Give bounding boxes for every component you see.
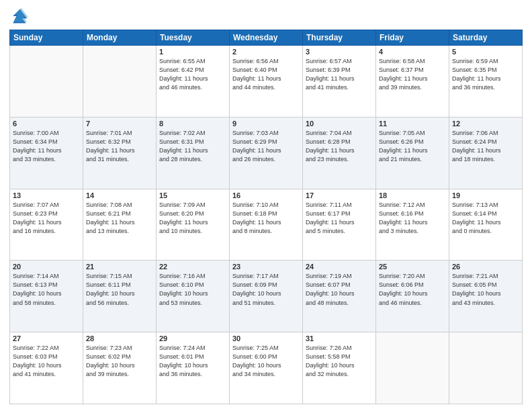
calendar-cell: 10Sunrise: 7:04 AM Sunset: 6:28 PM Dayli… [303,117,376,189]
day-info: Sunrise: 7:22 AM Sunset: 6:03 PM Dayligh… [13,344,80,379]
calendar-week-row: 13Sunrise: 7:07 AM Sunset: 6:23 PM Dayli… [10,189,523,261]
calendar-cell: 16Sunrise: 7:10 AM Sunset: 6:18 PM Dayli… [230,189,303,261]
day-info: Sunrise: 6:55 AM Sunset: 6:42 PM Dayligh… [159,57,226,92]
calendar-cell: 19Sunrise: 7:13 AM Sunset: 6:14 PM Dayli… [449,189,523,261]
day-number: 16 [232,191,300,199]
weekday-header: Wednesday [230,30,303,46]
calendar-week-row: 6Sunrise: 7:00 AM Sunset: 6:34 PM Daylig… [10,117,523,189]
day-info: Sunrise: 7:02 AM Sunset: 6:31 PM Dayligh… [159,129,226,164]
calendar-cell: 6Sunrise: 7:00 AM Sunset: 6:34 PM Daylig… [10,117,83,189]
calendar-cell [449,332,523,404]
calendar-cell: 21Sunrise: 7:15 AM Sunset: 6:11 PM Dayli… [83,261,157,332]
day-number: 31 [306,334,373,342]
day-info: Sunrise: 7:17 AM Sunset: 6:09 PM Dayligh… [232,272,300,307]
day-number: 27 [13,334,80,342]
day-info: Sunrise: 6:57 AM Sunset: 6:39 PM Dayligh… [306,57,373,92]
calendar-cell: 28Sunrise: 7:23 AM Sunset: 6:02 PM Dayli… [83,332,157,404]
day-number: 21 [86,263,153,271]
logo-icon [9,7,28,26]
weekday-header: Tuesday [157,30,230,46]
calendar-cell: 20Sunrise: 7:14 AM Sunset: 6:13 PM Dayli… [10,261,83,332]
day-info: Sunrise: 7:13 AM Sunset: 6:14 PM Dayligh… [452,201,519,236]
calendar-cell [10,46,83,118]
day-number: 7 [86,120,153,128]
calendar-cell: 29Sunrise: 7:24 AM Sunset: 6:01 PM Dayli… [157,332,230,404]
day-info: Sunrise: 6:59 AM Sunset: 6:35 PM Dayligh… [452,57,519,92]
day-info: Sunrise: 7:05 AM Sunset: 6:26 PM Dayligh… [379,129,446,164]
day-info: Sunrise: 7:06 AM Sunset: 6:24 PM Dayligh… [452,129,519,164]
calendar-table: SundayMondayTuesdayWednesdayThursdayFrid… [9,30,523,404]
calendar-cell: 2Sunrise: 6:56 AM Sunset: 6:40 PM Daylig… [230,46,303,118]
day-info: Sunrise: 7:09 AM Sunset: 6:20 PM Dayligh… [159,201,226,236]
calendar-cell: 31Sunrise: 7:26 AM Sunset: 5:58 PM Dayli… [303,332,376,404]
calendar-cell [376,332,449,404]
day-number: 3 [306,48,373,56]
logo [9,7,31,26]
day-number: 22 [159,263,226,271]
calendar-cell: 14Sunrise: 7:08 AM Sunset: 6:21 PM Dayli… [83,189,157,261]
day-number: 9 [232,120,300,128]
day-number: 14 [86,191,153,199]
weekday-header: Monday [83,30,157,46]
page: SundayMondayTuesdayWednesdayThursdayFrid… [0,0,532,411]
day-info: Sunrise: 7:08 AM Sunset: 6:21 PM Dayligh… [86,201,153,236]
calendar-cell: 22Sunrise: 7:16 AM Sunset: 6:10 PM Dayli… [157,261,230,332]
day-info: Sunrise: 7:21 AM Sunset: 6:05 PM Dayligh… [452,272,519,307]
day-number: 25 [379,263,446,271]
calendar-week-row: 27Sunrise: 7:22 AM Sunset: 6:03 PM Dayli… [10,332,523,404]
weekday-header: Friday [376,30,449,46]
calendar-cell: 8Sunrise: 7:02 AM Sunset: 6:31 PM Daylig… [157,117,230,189]
day-info: Sunrise: 6:56 AM Sunset: 6:40 PM Dayligh… [232,57,300,92]
day-number: 10 [306,120,373,128]
day-number: 17 [306,191,373,199]
svg-marker-1 [14,8,28,22]
calendar-cell: 4Sunrise: 6:58 AM Sunset: 6:37 PM Daylig… [376,46,449,118]
day-number: 6 [13,120,80,128]
day-info: Sunrise: 7:24 AM Sunset: 6:01 PM Dayligh… [159,344,226,379]
day-info: Sunrise: 7:20 AM Sunset: 6:06 PM Dayligh… [379,272,446,307]
day-info: Sunrise: 7:12 AM Sunset: 6:16 PM Dayligh… [379,201,446,236]
day-number: 26 [452,263,519,271]
calendar-cell: 25Sunrise: 7:20 AM Sunset: 6:06 PM Dayli… [376,261,449,332]
day-number: 18 [379,191,446,199]
day-number: 2 [232,48,300,56]
day-number: 15 [159,191,226,199]
calendar-cell: 3Sunrise: 6:57 AM Sunset: 6:39 PM Daylig… [303,46,376,118]
calendar-cell: 1Sunrise: 6:55 AM Sunset: 6:42 PM Daylig… [157,46,230,118]
calendar-cell: 26Sunrise: 7:21 AM Sunset: 6:05 PM Dayli… [449,261,523,332]
day-info: Sunrise: 7:19 AM Sunset: 6:07 PM Dayligh… [306,272,373,307]
day-info: Sunrise: 6:58 AM Sunset: 6:37 PM Dayligh… [379,57,446,92]
day-info: Sunrise: 7:25 AM Sunset: 6:00 PM Dayligh… [232,344,300,379]
calendar-cell: 11Sunrise: 7:05 AM Sunset: 6:26 PM Dayli… [376,117,449,189]
day-number: 24 [306,263,373,271]
day-number: 30 [232,334,300,342]
day-number: 12 [452,120,519,128]
day-info: Sunrise: 7:11 AM Sunset: 6:17 PM Dayligh… [306,201,373,236]
header [9,7,523,26]
calendar-cell: 12Sunrise: 7:06 AM Sunset: 6:24 PM Dayli… [449,117,523,189]
day-number: 20 [13,263,80,271]
day-number: 23 [232,263,300,271]
day-number: 11 [379,120,446,128]
weekday-header: Sunday [10,30,83,46]
day-info: Sunrise: 7:01 AM Sunset: 6:32 PM Dayligh… [86,129,153,164]
day-number: 19 [452,191,519,199]
weekday-header-row: SundayMondayTuesdayWednesdayThursdayFrid… [10,30,523,46]
calendar-week-row: 20Sunrise: 7:14 AM Sunset: 6:13 PM Dayli… [10,261,523,332]
day-number: 5 [452,48,519,56]
day-info: Sunrise: 7:07 AM Sunset: 6:23 PM Dayligh… [13,201,80,236]
day-number: 13 [13,191,80,199]
day-number: 1 [159,48,226,56]
day-info: Sunrise: 7:03 AM Sunset: 6:29 PM Dayligh… [232,129,300,164]
day-number: 8 [159,120,226,128]
weekday-header: Saturday [449,30,523,46]
day-info: Sunrise: 7:00 AM Sunset: 6:34 PM Dayligh… [13,129,80,164]
calendar-cell: 30Sunrise: 7:25 AM Sunset: 6:00 PM Dayli… [230,332,303,404]
calendar-cell: 13Sunrise: 7:07 AM Sunset: 6:23 PM Dayli… [10,189,83,261]
calendar-cell: 15Sunrise: 7:09 AM Sunset: 6:20 PM Dayli… [157,189,230,261]
day-info: Sunrise: 7:23 AM Sunset: 6:02 PM Dayligh… [86,344,153,379]
day-number: 4 [379,48,446,56]
day-info: Sunrise: 7:14 AM Sunset: 6:13 PM Dayligh… [13,272,80,307]
calendar-week-row: 1Sunrise: 6:55 AM Sunset: 6:42 PM Daylig… [10,46,523,118]
calendar-cell: 27Sunrise: 7:22 AM Sunset: 6:03 PM Dayli… [10,332,83,404]
